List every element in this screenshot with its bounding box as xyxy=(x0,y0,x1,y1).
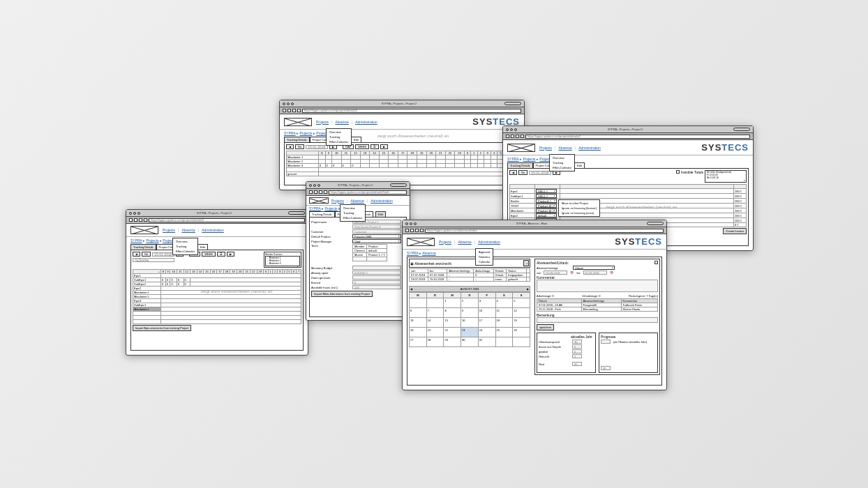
prev-button[interactable]: ◀ xyxy=(286,144,294,149)
home-icon[interactable] xyxy=(420,229,424,232)
availhours-input[interactable]: 100 xyxy=(352,285,401,289)
cal-prev-icon[interactable]: ◀ xyxy=(410,287,412,291)
save-button[interactable]: speichern xyxy=(537,324,554,330)
week-view-button[interactable]: WEEK xyxy=(355,144,369,149)
forward-icon[interactable] xyxy=(134,218,137,222)
reload-icon[interactable] xyxy=(139,218,142,222)
type-select[interactable]: Urlaub xyxy=(573,266,615,270)
nav-admin[interactable]: Administration xyxy=(355,120,377,124)
menu-overview[interactable]: Overview xyxy=(327,130,350,135)
import-epic-button[interactable]: Import Epic-structures from existing Pro… xyxy=(133,325,191,331)
tab-edit[interactable]: Edit xyxy=(574,162,585,168)
nav-admin[interactable]: Administration xyxy=(478,240,500,244)
back-icon[interactable] xyxy=(309,190,313,194)
home-icon[interactable] xyxy=(324,190,327,194)
nav-projects[interactable]: Projects xyxy=(316,120,329,124)
nav-projects[interactable]: Projects xyxy=(439,240,451,244)
tab-tracking-details[interactable]: Tracking Details xyxy=(284,137,310,142)
today-button[interactable]: Go xyxy=(142,252,151,257)
today-button[interactable]: Go xyxy=(518,170,527,175)
invisible-totals-checkbox[interactable] xyxy=(676,170,680,174)
nav-admin[interactable]: Administration xyxy=(202,228,224,232)
nav-absence[interactable]: Absence xyxy=(458,240,471,244)
bemerkung-textarea[interactable] xyxy=(537,317,658,323)
kommentar-textarea[interactable] xyxy=(537,280,658,292)
cal-next-icon[interactable]: ▶ xyxy=(527,287,529,291)
week-view-button[interactable]: WEEK xyxy=(202,252,216,257)
nav-absence[interactable]: Absence xyxy=(350,199,364,203)
reload-icon[interactable] xyxy=(516,135,519,138)
home-icon[interactable] xyxy=(521,135,524,138)
budget-input[interactable] xyxy=(352,266,401,270)
tab-edit[interactable]: Edit xyxy=(351,137,361,142)
projects-dropdown[interactable]: OverviewTrackingEffort-Calendar xyxy=(549,154,575,171)
home-icon[interactable] xyxy=(297,109,301,112)
invoice-dates-select[interactable]: Mi 10.01.18 (abgerechnet)Fr 12.01.18Mo 1… xyxy=(705,170,747,183)
tab-edit[interactable]: Edit xyxy=(197,244,208,250)
chef-checkbox[interactable] xyxy=(654,261,658,264)
back-icon[interactable] xyxy=(129,218,133,222)
von-input[interactable]: 01.08.2018 xyxy=(544,270,567,275)
date-field[interactable]: 15.01.2018 xyxy=(306,145,328,149)
menu-effortcal[interactable]: Effort-Calendar xyxy=(327,139,350,144)
absence-dropdown[interactable]: ApprovalStatisticsCalendar xyxy=(475,248,493,266)
tab-tracking-details[interactable]: Tracking Details xyxy=(507,162,533,168)
list-icon[interactable]: ☰ xyxy=(371,144,379,149)
nav-projects[interactable]: Projects xyxy=(331,199,344,203)
home-icon[interactable] xyxy=(144,218,147,222)
reload-icon[interactable] xyxy=(292,109,296,112)
calendar-icon[interactable]: 📅 xyxy=(610,271,613,275)
import-meta-button[interactable]: Import Meta-Information from existing Pr… xyxy=(311,291,373,297)
nav-absence[interactable]: Absence xyxy=(558,146,571,150)
url-field[interactable]: https://sypra.systecs.com/absence/index xyxy=(425,229,664,233)
nav-absence[interactable]: Absence xyxy=(181,228,195,232)
pm-select[interactable]: Chef xyxy=(352,239,401,243)
back-icon[interactable] xyxy=(283,109,286,112)
back-icon[interactable] xyxy=(506,135,509,138)
tab-edit[interactable]: Edit xyxy=(375,211,386,217)
url-field[interactable]: https://sypra.systecs.com/projects/detai… xyxy=(329,190,407,195)
date-field[interactable]: 15.01.2018 xyxy=(152,252,174,257)
projects-dropdown[interactable]: OverviewTrackingEffort-Calendar xyxy=(340,204,366,222)
projects-dropdown[interactable]: OverviewTrackingEffort-Calendar xyxy=(172,238,198,255)
nav-admin[interactable]: Administration xyxy=(578,146,601,150)
spent-input[interactable]: 6.603,00 € xyxy=(352,270,401,275)
burned-input[interactable]: 0 xyxy=(352,280,401,284)
url-field[interactable]: https://sypra.systecs.com/projects/detai… xyxy=(149,218,305,222)
customer-input[interactable]: Customer xyxy=(352,229,401,234)
month-calendar[interactable]: MDMDFSS 12345 6789101112 13141516171819 … xyxy=(409,292,530,347)
list-icon[interactable]: ☰ xyxy=(217,252,225,257)
bis-input[interactable]: 01.09.2018 xyxy=(583,270,607,275)
forward-icon[interactable] xyxy=(287,109,291,112)
nav-admin[interactable]: Administration xyxy=(371,199,393,203)
url-field[interactable]: https://sypra.systecs.com/projects/detai… xyxy=(525,135,750,139)
add-absence-button[interactable]: + xyxy=(523,260,529,266)
forward-icon[interactable] xyxy=(314,190,317,194)
search-input[interactable]: 🔍 Suche xyxy=(133,258,174,262)
menu-tracking[interactable]: Tracking xyxy=(327,135,350,139)
forward-icon[interactable] xyxy=(511,135,514,138)
reload-icon[interactable] xyxy=(319,190,322,194)
today-button[interactable]: Go xyxy=(295,144,304,149)
tab-tracking-details[interactable]: Tracking Details xyxy=(130,244,156,250)
dategen-input[interactable] xyxy=(352,275,401,280)
nav-projects[interactable]: Projects xyxy=(539,146,552,150)
member-select[interactable]: □ Mitarbeiter 1□ Mitarbeiter 2□ Mitarbei… xyxy=(265,256,300,266)
date-field[interactable]: 15.01.2018 xyxy=(529,171,551,175)
invoice-context-menu[interactable]: Move to other Project Ignore on Invoicin… xyxy=(558,199,600,217)
nav-absence[interactable]: Absence xyxy=(335,120,348,124)
next2-button[interactable]: ▶ xyxy=(380,144,388,149)
prev-button[interactable]: ◀ xyxy=(509,170,517,175)
url-field[interactable]: https://sypra.systecs.com/projects/detai… xyxy=(302,109,521,113)
create-invoice-button[interactable]: Create Invoice xyxy=(723,228,747,234)
nav-projects[interactable]: Projects xyxy=(163,228,175,232)
prev-button[interactable]: ◀ xyxy=(133,252,140,257)
calendar-icon[interactable]: 📅 xyxy=(570,271,574,275)
defaultproduct-select[interactable]: Porsche UHD xyxy=(352,234,401,238)
forward-icon[interactable] xyxy=(410,229,414,232)
tab-tracking-details[interactable]: Tracking Details xyxy=(309,211,335,217)
next2-button[interactable]: ▶ xyxy=(227,252,234,257)
projects-dropdown[interactable]: Overview Tracking Effort-Calendar xyxy=(326,128,352,146)
reload-icon[interactable] xyxy=(415,229,419,232)
back-icon[interactable] xyxy=(405,229,409,232)
